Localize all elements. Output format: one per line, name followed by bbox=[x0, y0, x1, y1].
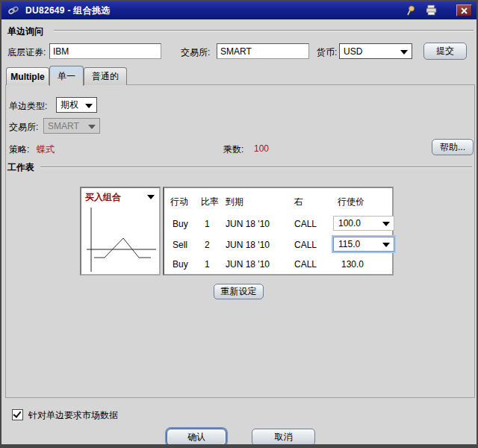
tab-single-label: 单一 bbox=[58, 70, 75, 83]
worksheet-section-divider bbox=[40, 167, 472, 167]
market-data-checkbox-label: 针对单边要求市场数据 bbox=[28, 409, 118, 422]
worksheet-section-title: 工作表 bbox=[7, 161, 34, 174]
leg-expiry: JUN 18 '10 bbox=[226, 259, 270, 270]
help-button[interactable]: 帮助... bbox=[432, 139, 474, 155]
tab-single[interactable]: 单一 bbox=[49, 66, 84, 86]
window-title: DU82649 - 组合挑选 bbox=[25, 4, 111, 17]
leg-action: Buy bbox=[173, 259, 188, 270]
strike-select-focused[interactable]: 115.0 bbox=[333, 237, 394, 252]
chevron-down-icon bbox=[85, 104, 93, 108]
leg-type-select[interactable]: 期权 bbox=[56, 97, 97, 113]
query-section-title: 单边询问 bbox=[7, 25, 43, 38]
market-data-checkbox[interactable] bbox=[12, 409, 23, 420]
tab-generic-label: 普通的 bbox=[92, 70, 119, 83]
chevron-down-icon bbox=[382, 222, 390, 226]
confirm-button-label: 确认 bbox=[187, 431, 205, 444]
chevron-down-icon bbox=[147, 195, 155, 199]
tab-multiple[interactable]: Multiple bbox=[6, 67, 49, 85]
cancel-button-label: 取消 bbox=[275, 431, 293, 444]
col-header-expiry: 到期 bbox=[226, 196, 243, 208]
confirm-button[interactable]: 确认 bbox=[167, 429, 226, 446]
leg-right: CALL bbox=[294, 259, 317, 270]
col-header-action: 行动 bbox=[170, 196, 188, 208]
combo-type-selector[interactable]: 买入组合 bbox=[80, 187, 161, 276]
leg-exchange-value: SMART bbox=[48, 121, 79, 131]
legs-table: 行动 比率 到期 右 行使价 Buy 1 JUN 18 '10 CALL 100… bbox=[163, 187, 394, 276]
leg-ratio: 1 bbox=[205, 219, 210, 229]
leg-ratio: 1 bbox=[205, 259, 210, 270]
leg-right: CALL bbox=[294, 240, 317, 250]
submit-button-label: 提交 bbox=[436, 45, 454, 57]
leg-right: CALL bbox=[294, 219, 317, 229]
combo-type-label: 买入组合 bbox=[85, 191, 121, 204]
currency-label: 货币: bbox=[317, 46, 337, 59]
underlying-label: 底层证券: bbox=[7, 46, 46, 59]
leg-type-value: 期权 bbox=[60, 99, 78, 111]
submit-button[interactable]: 提交 bbox=[423, 43, 467, 60]
tab-generic[interactable]: 普通的 bbox=[84, 67, 127, 85]
tab-multiple-label: Multiple bbox=[10, 72, 44, 82]
exchange-label: 交易所: bbox=[181, 46, 210, 59]
col-header-strike: 行使价 bbox=[338, 196, 364, 208]
leg-expiry: JUN 18 '10 bbox=[226, 219, 270, 229]
strike-value: 115.0 bbox=[338, 239, 360, 249]
strike-value: 100.0 bbox=[338, 218, 361, 228]
close-icon[interactable] bbox=[456, 4, 472, 16]
leg-exchange-select: SMART bbox=[43, 118, 100, 134]
chain-link-icon bbox=[6, 4, 21, 17]
leg-action: Buy bbox=[173, 219, 188, 229]
chevron-down-icon bbox=[382, 243, 390, 247]
help-button-label: 帮助... bbox=[440, 141, 465, 154]
leg-expiry: JUN 18 '10 bbox=[226, 240, 270, 250]
col-header-right: 右 bbox=[294, 196, 303, 208]
currency-select[interactable]: USD bbox=[339, 43, 412, 59]
cancel-button[interactable]: 取消 bbox=[252, 429, 315, 446]
currency-value: USD bbox=[344, 46, 362, 57]
combo-selection-dialog: DU82649 - 组合挑选 单边询问 底层证券: 交易所: 货币: USD bbox=[0, 0, 478, 448]
pushpin-icon[interactable] bbox=[403, 4, 418, 17]
title-bar[interactable]: DU82649 - 组合挑选 bbox=[1, 1, 477, 19]
col-header-ratio: 比率 bbox=[201, 196, 219, 208]
printer-icon[interactable] bbox=[424, 4, 439, 17]
exchange-input[interactable] bbox=[217, 43, 309, 59]
butterfly-payoff-chart bbox=[81, 203, 159, 274]
chevron-down-icon bbox=[88, 125, 96, 129]
underlying-input[interactable] bbox=[49, 43, 161, 59]
query-section-divider bbox=[54, 30, 474, 31]
strike-select[interactable]: 100.0 bbox=[333, 216, 394, 231]
chevron-down-icon bbox=[400, 50, 408, 55]
leg-ratio: 2 bbox=[205, 240, 210, 250]
leg-action: Sell bbox=[173, 240, 187, 250]
leg-strike: 130.0 bbox=[341, 259, 364, 270]
